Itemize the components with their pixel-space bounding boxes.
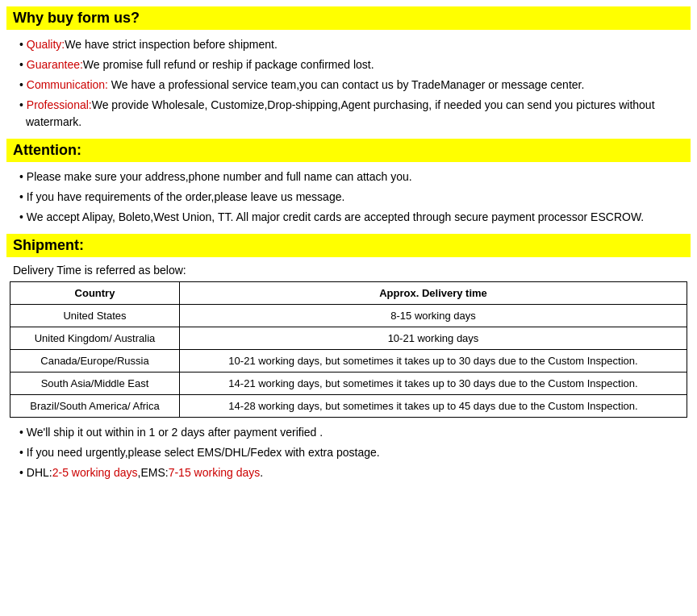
country-header: Country [10,282,180,305]
delivery-canada: 10-21 working days, but sometimes it tak… [180,350,687,373]
quality-text: We have strict inspection before shipmen… [65,38,278,51]
shipment-section: Shipment: Delivery Time is referred as b… [6,234,691,481]
attention-content: • Please make sure your address,phone nu… [6,169,691,226]
quality-label: Quality: [27,38,65,51]
table-row: Canada/Europe/Russia 10-21 working days,… [10,350,687,373]
table-row: United States 8-15 working days [10,305,687,327]
country-uk-au: United Kingdom/ Australia [10,327,180,350]
professional-label: Professional: [27,98,92,111]
delivery-time-header: Approx. Delivery time [180,282,687,305]
guarantee-point: • Guarantee:We promise full refund or re… [19,56,687,73]
delivery-table: Country Approx. Delivery time United Sta… [10,281,687,418]
table-header-row: Country Approx. Delivery time [10,282,687,305]
attention-point-3: • We accept Alipay, Boleto,West Union, T… [19,209,687,226]
delivery-us: 8-15 working days [180,305,687,327]
communication-point: • Communication: We have a professional … [19,77,687,94]
ship-note-3: • DHL:2-5 working days,EMS:7-15 working … [19,464,687,481]
delivery-intro: Delivery Time is referred as below: [10,264,687,277]
delivery-brazil: 14-28 working days, but sometimes it tak… [180,395,687,418]
why-buy-content: • Quality:We have strict inspection befo… [6,36,691,131]
communication-label: Communication: [27,78,108,91]
attention-section: Attention: • Please make sure your addre… [6,139,691,226]
ship-note-2: • If you need urgently,please select EMS… [19,444,687,461]
country-canada: Canada/Europe/Russia [10,350,180,373]
why-buy-section: Why buy form us? • Quality:We have stric… [6,6,691,131]
table-row: Brazil/South America/ Africa 14-28 worki… [10,395,687,418]
ship-note-1: • We'll ship it out within in 1 or 2 day… [19,424,687,441]
guarantee-label: Guarantee: [27,58,83,71]
guarantee-text: We promise full refund or reship if pack… [83,58,374,71]
attention-header: Attention: [6,139,691,162]
country-brazil: Brazil/South America/ Africa [10,395,180,418]
professional-point: • Professional:We provide Wholesale, Cus… [19,97,687,131]
table-row: South Asia/Middle East 14-21 working day… [10,373,687,395]
shipment-content: Delivery Time is referred as below: Coun… [6,264,691,481]
shipment-header: Shipment: [6,234,691,257]
ems-days: 7-15 working days [169,466,261,479]
delivery-uk-au: 10-21 working days [180,327,687,350]
country-us: United States [10,305,180,327]
attention-point-1: • Please make sure your address,phone nu… [19,169,687,185]
delivery-south-asia: 14-21 working days, but sometimes it tak… [180,373,687,395]
country-south-asia: South Asia/Middle East [10,373,180,395]
attention-title: Attention: [13,142,684,159]
dhl-days: 2-5 working days [52,466,138,479]
table-row: United Kingdom/ Australia 10-21 working … [10,327,687,350]
why-buy-header: Why buy form us? [6,6,691,30]
attention-point-2: • If you have requirements of the order,… [19,189,687,206]
communication-text: We have a professional service team,you … [108,78,584,91]
shipment-title: Shipment: [13,237,684,254]
why-buy-title: Why buy form us? [13,10,684,27]
quality-point: • Quality:We have strict inspection befo… [19,36,687,53]
professional-text: We provide Wholesale, Customize,Drop-shi… [26,98,655,128]
